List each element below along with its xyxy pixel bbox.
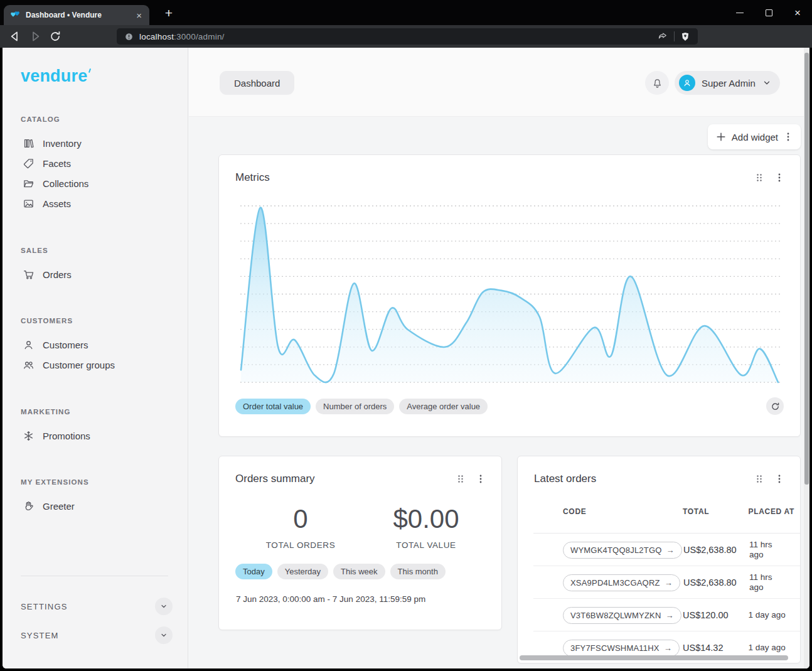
- latest-orders-widget: Latest orders: [517, 456, 801, 663]
- maximize-button[interactable]: [754, 0, 783, 25]
- column-header-total: TOTAL: [683, 507, 748, 516]
- sidebar-item-greeter[interactable]: Greeter: [21, 496, 175, 516]
- sidebar: vendure CATALOG Inventory: [3, 48, 188, 668]
- sidebar-item-collections[interactable]: Collections: [21, 173, 175, 193]
- total-value-value: $0.00: [363, 504, 489, 534]
- section-header-catalog: CATALOG: [21, 113, 175, 126]
- sidebar-item-assets[interactable]: Assets: [21, 193, 175, 213]
- sidebar-item-label: Promotions: [43, 431, 90, 441]
- sidebar-section-my-extensions: MY EXTENSIONS Greeter: [21, 476, 175, 516]
- sidebar-item-inventory[interactable]: Inventory: [21, 133, 175, 153]
- person-icon: [682, 78, 692, 88]
- user-name: Super Admin: [702, 78, 756, 89]
- order-code-chip[interactable]: 3FY7FSCWSHMA11HX→: [563, 640, 680, 657]
- order-code-chip[interactable]: XSA9PD4LM3CGAQRZ→: [563, 574, 680, 591]
- table-row: WYMGK4TQQ8JL2TGQ→ US$2,638.80 11 hrs ago: [518, 534, 800, 566]
- hand-icon: [23, 501, 34, 512]
- arrow-right-icon: →: [666, 611, 674, 620]
- sidebar-item-label: Facets: [43, 158, 71, 169]
- user-menu[interactable]: Super Admin: [675, 71, 780, 95]
- refresh-button[interactable]: [766, 397, 784, 415]
- total-orders-label: TOTAL ORDERS: [238, 540, 363, 550]
- sidebar-divider: [21, 576, 168, 576]
- tab-close-icon[interactable]: ×: [135, 11, 143, 20]
- order-total: US$120.00: [683, 610, 748, 620]
- range-tab-yesterday[interactable]: Yesterday: [277, 564, 328, 579]
- sidebar-item-label: Greeter: [43, 501, 75, 512]
- notifications-button[interactable]: [645, 71, 669, 95]
- sidebar-item-customers[interactable]: Customers: [21, 335, 175, 355]
- sidebar-section-customers: CUSTOMERS Customers Customer groups: [21, 314, 175, 375]
- sidebar-item-label: Collections: [43, 178, 88, 189]
- metric-tab-average-order-value[interactable]: Average order value: [399, 399, 488, 414]
- site-info-icon[interactable]: [124, 32, 134, 41]
- chevron-down-icon: [160, 631, 168, 639]
- vertical-scrollbar-thumb[interactable]: [804, 53, 809, 485]
- range-tab-this-week[interactable]: This week: [333, 564, 385, 579]
- minimize-icon: [736, 13, 744, 13]
- sidebar-item-promotions[interactable]: Promotions: [21, 426, 175, 446]
- page-header: Dashboard Super Admin: [189, 48, 809, 117]
- range-tab-today[interactable]: Today: [235, 564, 272, 579]
- close-button[interactable]: ×: [783, 0, 812, 25]
- kebab-menu-icon[interactable]: [775, 173, 784, 183]
- kebab-menu-icon[interactable]: [784, 132, 793, 142]
- sidebar-item-orders[interactable]: Orders: [21, 264, 175, 284]
- metric-tab-order-total-value[interactable]: Order total value: [235, 399, 311, 414]
- sidebar-section-settings[interactable]: SETTINGS: [21, 595, 173, 618]
- brave-shield-icon[interactable]: [680, 31, 690, 42]
- kebab-menu-icon[interactable]: [775, 474, 784, 484]
- vendure-favicon-icon: [10, 10, 20, 20]
- refresh-icon: [771, 402, 780, 411]
- browser-tab-strip: Dashboard • Vendure × + ×: [0, 0, 812, 25]
- url-divider: [674, 31, 675, 41]
- forward-icon[interactable]: [28, 29, 43, 44]
- add-widget-button[interactable]: Add widget: [708, 124, 801, 149]
- sidebar-item-label: Customers: [43, 340, 88, 350]
- book-icon: [23, 138, 34, 149]
- sidebar-section-system[interactable]: SYSTEM: [21, 624, 173, 647]
- settings-expand-button[interactable]: [155, 598, 173, 615]
- share-icon[interactable]: [657, 31, 668, 42]
- browser-toolbar: localhost:3000/admin/: [0, 25, 812, 48]
- settings-label: SETTINGS: [21, 602, 68, 611]
- drag-handle-icon[interactable]: [755, 173, 764, 182]
- sidebar-item-label: Orders: [43, 269, 72, 280]
- reload-icon[interactable]: [48, 29, 63, 44]
- order-total: US$14.32: [683, 643, 748, 653]
- order-code-chip[interactable]: WYMGK4TQQ8JL2TGQ→: [563, 542, 682, 559]
- kebab-menu-icon[interactable]: [476, 474, 485, 484]
- breadcrumb[interactable]: Dashboard: [220, 71, 294, 95]
- horizontal-scrollbar[interactable]: [520, 655, 796, 660]
- horizontal-scrollbar-thumb[interactable]: [520, 655, 788, 660]
- minimize-button[interactable]: [725, 0, 754, 25]
- order-code: V3T6BW8ZQLWMYZKN: [570, 611, 661, 620]
- drag-handle-icon[interactable]: [456, 475, 465, 483]
- back-icon[interactable]: [8, 29, 23, 44]
- order-placed-at: 1 day ago: [748, 643, 800, 653]
- url-bar[interactable]: localhost:3000/admin/: [117, 28, 698, 45]
- system-expand-button[interactable]: [155, 626, 173, 644]
- snowflake-icon: [23, 431, 34, 441]
- sidebar-item-facets[interactable]: Facets: [21, 153, 175, 173]
- logo-text: vendure: [21, 67, 87, 86]
- sidebar-item-label: Inventory: [43, 138, 82, 149]
- new-tab-button[interactable]: +: [161, 5, 177, 21]
- browser-tab[interactable]: Dashboard • Vendure ×: [4, 5, 149, 25]
- latest-orders-table: CODE TOTAL PLACED AT WYMGK4TQQ8JL2TGQ→ U…: [518, 505, 800, 663]
- order-placed-at: 1 day ago: [748, 610, 800, 620]
- plus-icon: [716, 132, 726, 142]
- vertical-scrollbar[interactable]: [804, 48, 809, 668]
- total-orders-value: 0: [238, 504, 363, 534]
- order-total: US$2,638.80: [683, 577, 749, 588]
- drag-handle-icon[interactable]: [755, 475, 764, 483]
- user-avatar: [679, 75, 695, 91]
- metric-tab-number-of-orders[interactable]: Number of orders: [316, 399, 394, 414]
- metrics-title: Metrics: [235, 171, 755, 184]
- range-tab-this-month[interactable]: This month: [390, 564, 446, 579]
- section-header-customers: CUSTOMERS: [21, 314, 175, 327]
- section-header-sales: SALES: [21, 244, 175, 257]
- bell-icon: [651, 77, 663, 89]
- sidebar-item-customer-groups[interactable]: Customer groups: [21, 355, 175, 375]
- order-code-chip[interactable]: V3T6BW8ZQLWMYZKN→: [563, 607, 681, 624]
